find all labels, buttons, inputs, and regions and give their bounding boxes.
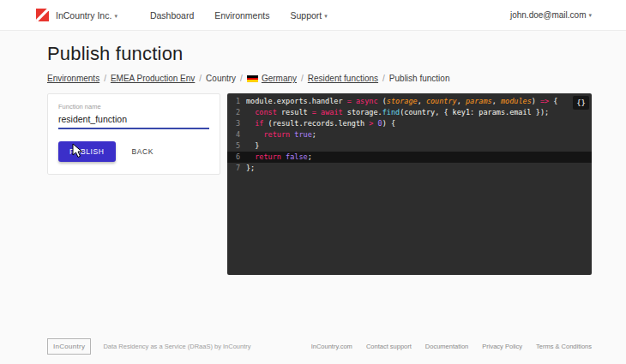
- code-text: if (result.records.length > 0) {: [246, 118, 395, 129]
- code-editor[interactable]: 1module.exports.handler = async (storage…: [227, 93, 592, 275]
- code-line[interactable]: 6 return false;: [227, 152, 592, 163]
- footer: InCountry Data Residency as a Service (D…: [0, 328, 626, 364]
- function-name-input[interactable]: [58, 111, 209, 129]
- back-button[interactable]: BACK: [124, 141, 162, 162]
- code-text: return true;: [246, 129, 316, 140]
- footer-link-documentation[interactable]: Documentation: [425, 343, 468, 350]
- breadcrumb-separator: /: [382, 74, 385, 83]
- page-title: Publish function: [47, 43, 592, 65]
- footer-links: InCountry.comContact supportDocumentatio…: [311, 343, 592, 350]
- chevron-down-icon: ▾: [324, 13, 328, 19]
- breadcrumb-separator: /: [104, 74, 106, 83]
- code-line[interactable]: 1module.exports.handler = async (storage…: [227, 96, 592, 107]
- line-number: 7: [227, 163, 246, 174]
- main-content: Publish function Environments/EMEA Produ…: [0, 31, 626, 275]
- code-line[interactable]: 7};: [227, 163, 592, 174]
- footer-link-contact-support[interactable]: Contact support: [366, 343, 412, 350]
- breadcrumb-country: Country: [206, 74, 236, 83]
- footer-link-privacy-policy[interactable]: Privacy Policy: [482, 343, 522, 350]
- breadcrumb-publish-function: Publish function: [389, 74, 450, 83]
- code-line[interactable]: 4 return true;: [227, 129, 592, 140]
- code-text: module.exports.handler = async (storage,…: [246, 96, 557, 107]
- top-navbar: InCountry Inc.▾ DashboardEnvironmentsSup…: [0, 0, 626, 31]
- user-menu[interactable]: john.doe@mail.com▾: [510, 10, 592, 20]
- function-name-label: Function name: [58, 103, 209, 110]
- breadcrumb-separator: /: [199, 74, 202, 83]
- breadcrumb: Environments/EMEA Production Env/Country…: [47, 74, 592, 83]
- breadcrumb-germany[interactable]: Germany: [247, 74, 297, 83]
- breadcrumb-resident-functions[interactable]: Resident functions: [308, 74, 378, 83]
- code-text: };: [246, 163, 255, 174]
- footer-incountry-logo: InCountry: [47, 338, 91, 355]
- form-buttons: PUBLISH BACK: [58, 141, 209, 162]
- line-number: 3: [227, 118, 246, 129]
- code-line[interactable]: 5 }: [227, 140, 592, 152]
- code-text: const result = await storage.find(countr…: [246, 107, 549, 118]
- breadcrumb-separator: /: [301, 74, 304, 83]
- company-switcher[interactable]: InCountry Inc.▾: [56, 10, 117, 21]
- footer-link-terms-conditions[interactable]: Terms & Conditions: [536, 343, 592, 350]
- breadcrumb-emea-production-env[interactable]: EMEA Production Env: [111, 74, 195, 83]
- line-number: 1: [227, 96, 246, 107]
- breadcrumb-environments[interactable]: Environments: [47, 74, 99, 83]
- nav-item-dashboard[interactable]: Dashboard: [150, 10, 194, 21]
- content-row: Function name PUBLISH BACK 1module.expor…: [47, 93, 592, 275]
- code-area: 1module.exports.handler = async (storage…: [227, 96, 592, 174]
- germany-flag-icon: [247, 75, 258, 82]
- nav-items: DashboardEnvironmentsSupport▾: [150, 10, 328, 21]
- incountry-logo-icon: [36, 9, 49, 21]
- nav-item-environments[interactable]: Environments: [214, 10, 269, 21]
- code-text: return false;: [246, 152, 312, 163]
- chevron-down-icon: ▾: [114, 13, 117, 19]
- code-text: }: [246, 140, 259, 152]
- line-number: 2: [227, 107, 246, 118]
- code-format-icon[interactable]: {}: [573, 96, 589, 110]
- footer-link-incountry-com[interactable]: InCountry.com: [311, 343, 352, 350]
- code-line[interactable]: 3 if (result.records.length > 0) {: [227, 118, 592, 129]
- line-number: 6: [227, 152, 246, 163]
- footer-tagline: Data Residency as a Service (DRaaS) by I…: [103, 343, 250, 350]
- line-number: 4: [227, 129, 246, 140]
- breadcrumb-separator: /: [240, 74, 243, 83]
- line-number: 5: [227, 140, 246, 152]
- nav-item-support[interactable]: Support▾: [290, 10, 327, 21]
- publish-button[interactable]: PUBLISH: [58, 141, 116, 162]
- chevron-down-icon: ▾: [588, 12, 592, 18]
- function-form-card: Function name PUBLISH BACK: [47, 93, 220, 175]
- code-line[interactable]: 2 const result = await storage.find(coun…: [227, 107, 592, 118]
